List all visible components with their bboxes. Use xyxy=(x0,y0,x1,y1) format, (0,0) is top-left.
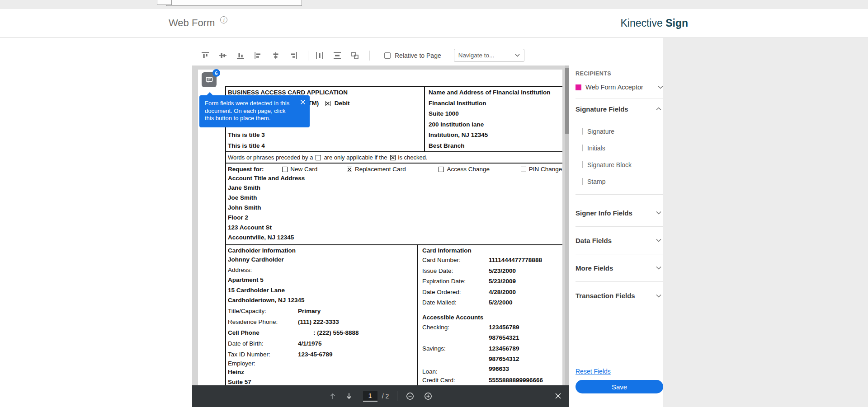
workspace: Relative to Page Navigate to... BUSINESS… xyxy=(0,38,663,407)
match-size-icon[interactable] xyxy=(350,51,360,61)
chevron-up-icon xyxy=(656,107,661,111)
field-item-stamp[interactable]: Stamp xyxy=(576,173,663,190)
form-text-line: 200 Institution lane xyxy=(429,119,562,130)
section-signature-fields[interactable]: Signature Fields xyxy=(576,98,663,119)
drag-handle xyxy=(582,178,583,185)
chevron-down-icon xyxy=(656,266,661,270)
form-row: Checking:123456789 xyxy=(422,322,562,333)
section-signer-info-fields[interactable]: Signer Info Fields xyxy=(576,199,663,227)
form-row: Issue Date:5/23/2000 xyxy=(422,266,562,276)
fields-sidebar: RECIPIENTS Web Form Acceptor Signature F… xyxy=(576,38,663,407)
reset-fields-link[interactable]: Reset Fields xyxy=(576,368,611,375)
form-row: Expiration Date:5/23/2009 xyxy=(422,276,562,287)
request-section: Request for: New Card Replacement Card A… xyxy=(225,164,562,244)
scrollbar-thumb[interactable] xyxy=(565,68,569,134)
recipient-row[interactable]: Web Form Acceptor xyxy=(576,83,663,92)
form-row: 987654312 xyxy=(422,354,562,365)
card-info-cell: Card Information Card Number:11114444777… xyxy=(418,245,562,407)
toolbar-separator xyxy=(369,51,370,61)
form-text-line: Name and Address of Financial Institutio… xyxy=(429,87,562,98)
distribute-horizontal-icon[interactable] xyxy=(315,51,325,61)
coachmark-close-icon[interactable] xyxy=(300,99,306,105)
financial-institution-cell: Name and Address of Financial Institutio… xyxy=(425,87,562,151)
page-total: / 2 xyxy=(382,393,389,400)
align-top-icon[interactable] xyxy=(200,51,210,61)
form-text-line: Heinz xyxy=(228,367,417,378)
account-title-heading: Account Title and Address xyxy=(228,173,562,183)
recipients-label: RECIPIENTS xyxy=(576,70,663,77)
align-left-icon[interactable] xyxy=(253,51,263,61)
cardholder-cell: Cardholder Information Johnny Cardholder… xyxy=(226,245,418,407)
info-icon[interactable]: i xyxy=(220,16,227,23)
clipped-window-fragment-small xyxy=(157,0,172,5)
form-row: 987654321 xyxy=(422,332,562,343)
option-access-change: Access Change xyxy=(439,166,490,173)
relative-to-page-label: Relative to Page xyxy=(395,52,441,59)
scrollbar[interactable] xyxy=(565,65,569,407)
form-row: Residence Phone:(111) 222-3333 xyxy=(228,317,417,327)
form-text-line: Financial Institution xyxy=(429,98,562,109)
form-text-line: This is title 4 xyxy=(228,140,424,151)
page-number-input[interactable] xyxy=(363,391,377,402)
option-pin-change: PIN Change xyxy=(521,166,562,173)
page-up-button[interactable] xyxy=(329,392,337,400)
field-item-initials[interactable]: Initials xyxy=(576,140,663,156)
form-text-line: John Smith xyxy=(228,203,562,213)
drag-handle xyxy=(582,145,583,151)
alignment-toolbar: Relative to Page Navigate to... xyxy=(192,45,569,65)
section-transaction-fields[interactable]: Transaction Fields xyxy=(576,282,663,309)
option-replacement-card: Replacement Card xyxy=(347,166,406,173)
drag-handle xyxy=(582,128,583,135)
align-bottom-icon[interactable] xyxy=(236,51,245,61)
section-data-fields[interactable]: Data Fields xyxy=(576,227,663,254)
document-viewer: BUSINESS ACCESS CARD APPLICATION (ATM) D… xyxy=(192,65,569,407)
empty-checkbox xyxy=(316,155,321,160)
save-button[interactable]: Save xyxy=(576,380,663,393)
distribute-vertical-icon[interactable] xyxy=(332,51,342,61)
section-more-fields[interactable]: More Fields xyxy=(576,254,663,282)
align-right-icon[interactable] xyxy=(288,51,298,61)
form-text-line: Institution, NJ 12345 xyxy=(429,130,562,140)
navigate-dropdown-value: Navigate to... xyxy=(458,52,495,59)
request-line: Request for: New Card Replacement Card A… xyxy=(228,165,562,173)
new-card-checkbox xyxy=(282,167,288,172)
form-text-line: Jane Smith xyxy=(228,183,562,193)
navigate-dropdown[interactable]: Navigate to... xyxy=(454,49,524,62)
card-info-header: Card Information xyxy=(422,246,562,255)
checkbox-box[interactable] xyxy=(384,52,391,59)
recipient-color-swatch xyxy=(576,84,581,90)
pin-change-checkbox xyxy=(521,167,526,172)
place-fields-button[interactable]: 6 xyxy=(202,72,217,87)
form-text-line: Johnny Cardholder xyxy=(228,255,417,265)
replacement-card-checkbox xyxy=(347,167,352,172)
zoom-in-button[interactable] xyxy=(424,392,433,401)
access-change-checkbox xyxy=(439,167,444,172)
brand-regular: Kinective xyxy=(620,17,665,29)
app-header: Web Form i Kinective Sign xyxy=(0,9,868,37)
chevron-down-icon xyxy=(656,211,661,215)
drag-handle xyxy=(582,161,583,168)
zoom-out-button[interactable] xyxy=(406,392,415,401)
relative-to-page-checkbox[interactable]: Relative to Page xyxy=(384,52,441,59)
accessible-accounts-header: Accessible Accounts xyxy=(422,313,562,322)
form-text-line: Floor 2 xyxy=(228,213,562,223)
form-text-line: Accountville, NJ 12345 xyxy=(228,233,562,243)
form-row: Date Ordered:4/28/2000 xyxy=(422,287,562,298)
checked-checkbox xyxy=(390,155,396,160)
field-item-signature[interactable]: Signature xyxy=(576,123,663,140)
field-item-signature-block[interactable]: Signature Block xyxy=(576,156,663,173)
form-text-line: Address: xyxy=(228,265,417,276)
align-center-icon[interactable] xyxy=(271,51,281,61)
align-middle-icon[interactable] xyxy=(218,51,228,61)
viewer-close-button[interactable] xyxy=(555,393,561,399)
chevron-down-icon[interactable] xyxy=(658,85,663,89)
coachmark-text: Form fields were detected in this docume… xyxy=(205,100,289,122)
form-row: Savings:123456789 xyxy=(422,343,562,354)
clipped-window-fragment xyxy=(166,0,302,6)
page-down-button[interactable] xyxy=(345,392,353,400)
form-text-line: 15 Cardholder Lane xyxy=(228,285,417,296)
form-fields-icon xyxy=(205,75,214,84)
chevron-down-icon xyxy=(656,294,661,298)
brand-logo: Kinective Sign xyxy=(620,17,688,29)
cardholder-header: Cardholder Information xyxy=(228,246,417,255)
